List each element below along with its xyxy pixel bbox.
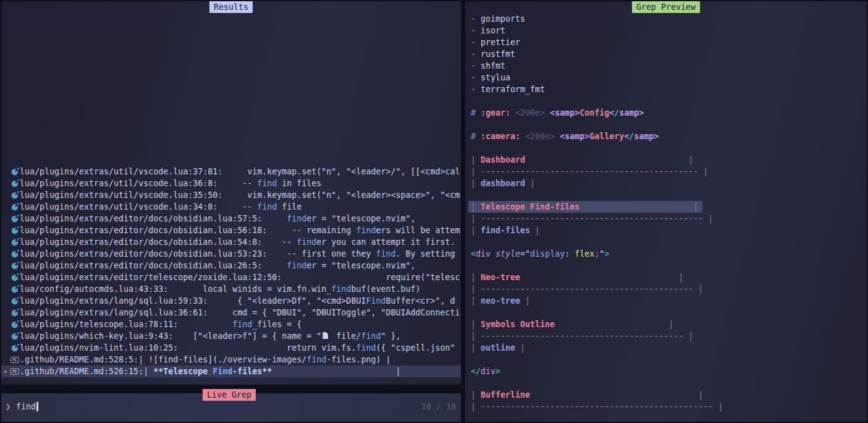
preview-line: | --------------------------------------… bbox=[471, 213, 867, 224]
result-text: lua/plugins/extras/editor/docs/obsidian.… bbox=[20, 236, 461, 248]
preview-line: # :camera: <200e> <samp>Gallery</samp> bbox=[471, 130, 867, 142]
lua-icon bbox=[10, 226, 20, 234]
result-row[interactable]: lua/plugins/extras/util/vscode.lua:34:8:… bbox=[1, 201, 461, 213]
preview-line bbox=[471, 377, 867, 389]
preview-line: | Dashboard | bbox=[471, 154, 867, 166]
result-text: lua/plugins/extras/lang/sql.lua:36:61: c… bbox=[20, 307, 461, 318]
preview-line: - stylua bbox=[471, 72, 867, 83]
result-row[interactable]: lua/plugins/which-key.lua:9:43: ["<leade… bbox=[1, 330, 461, 342]
lua-icon bbox=[10, 191, 20, 199]
preview-line bbox=[471, 142, 867, 154]
result-row[interactable]: M↓.github/README.md:528:5:| ![find-files… bbox=[1, 354, 461, 365]
results-title: Results bbox=[209, 1, 253, 13]
preview-highlighted-line: | Telescope Find-files | bbox=[468, 201, 702, 213]
preview-line: | --------------------------------------… bbox=[471, 330, 867, 342]
results-panel: lua/plugins/extras/util/vscode.lua:37:81… bbox=[1, 1, 461, 385]
preview-line: | neo-tree | bbox=[471, 295, 867, 307]
result-row[interactable]: lua/plugins/extras/editor/telescope/zoxi… bbox=[1, 271, 461, 283]
selection-caret-icon: ▸ bbox=[2, 365, 10, 377]
preview-line: | Neo-tree | bbox=[471, 271, 867, 283]
lua-icon bbox=[10, 262, 20, 270]
lua-icon bbox=[10, 285, 20, 293]
text-cursor bbox=[36, 402, 38, 411]
preview-line: | dashboard | bbox=[471, 177, 867, 189]
prompt-prefix-icon: ❯ bbox=[6, 402, 16, 411]
result-row[interactable]: lua/plugins/nvim-lint.lua:10:25: return … bbox=[1, 342, 461, 354]
lua-icon bbox=[10, 179, 20, 187]
results-counter: 18 / 18 bbox=[421, 402, 456, 411]
lua-icon bbox=[10, 344, 20, 352]
markdown-icon: M↓ bbox=[10, 369, 20, 375]
preview-line bbox=[471, 95, 867, 107]
result-text: lua/plugins/extras/editor/docs/obsidian.… bbox=[20, 224, 461, 236]
result-row[interactable]: lua/plugins/extras/util/vscode.lua:35:50… bbox=[1, 189, 461, 201]
file-icon bbox=[322, 332, 328, 339]
result-row[interactable]: lua/plugins/extras/util/vscode.lua:37:81… bbox=[1, 166, 461, 177]
result-text: lua/plugins/extras/util/vscode.lua:36:8:… bbox=[20, 177, 461, 189]
preview-line: | Symbols Outline | bbox=[471, 318, 867, 330]
preview-panel: - goimports- isort- prettier- rustfmt- s… bbox=[465, 1, 867, 422]
search-input[interactable]: ❯ find 18 / 18 bbox=[6, 401, 456, 412]
preview-line: | --------------------------------------… bbox=[471, 283, 867, 295]
preview-line bbox=[471, 236, 867, 248]
lua-icon bbox=[10, 168, 20, 176]
markdown-icon: M↓ bbox=[10, 357, 20, 363]
result-text: lua/plugins/extras/util/vscode.lua:37:81… bbox=[20, 166, 461, 177]
preview-line: | find-files | bbox=[471, 224, 867, 236]
result-text: lua/plugins/extras/util/vscode.lua:35:50… bbox=[20, 189, 461, 201]
result-row[interactable]: ▸M↓.github/README.md:526:15:| **Telescop… bbox=[1, 365, 461, 377]
result-row[interactable]: lua/plugins/extras/editor/docs/obsidian.… bbox=[1, 236, 461, 248]
lua-icon bbox=[10, 273, 20, 281]
preview-line bbox=[471, 354, 867, 365]
result-row[interactable]: lua/plugins/extras/editor/docs/obsidian.… bbox=[1, 224, 461, 236]
preview-line: - rustfmt bbox=[471, 48, 867, 60]
preview-content: - goimports- isort- prettier- rustfmt- s… bbox=[471, 13, 867, 412]
result-text: lua/plugins/extras/editor/docs/obsidian.… bbox=[20, 260, 461, 271]
result-row[interactable]: lua/plugins/extras/lang/sql.lua:36:61: c… bbox=[1, 307, 461, 318]
result-row[interactable]: lua/plugins/extras/editor/docs/obsidian.… bbox=[1, 260, 461, 271]
result-row[interactable]: lua/plugins/extras/lang/sql.lua:59:33: {… bbox=[1, 295, 461, 307]
result-row[interactable]: lua/plugins/extras/editor/docs/obsidian.… bbox=[1, 213, 461, 224]
preview-line: - shfmt bbox=[471, 60, 867, 72]
preview-line bbox=[471, 119, 867, 130]
result-text: .github/README.md:526:15:| **Telescope F… bbox=[20, 365, 461, 377]
lua-icon bbox=[10, 250, 20, 258]
result-text: lua/plugins/extras/util/vscode.lua:34:8:… bbox=[20, 201, 461, 213]
result-row[interactable]: lua/config/autocmds.lua:43:33: local win… bbox=[1, 283, 461, 295]
preview-line: | Bufferline | bbox=[471, 389, 867, 401]
result-text: lua/plugins/extras/editor/docs/obsidian.… bbox=[20, 213, 461, 224]
lua-icon bbox=[10, 332, 20, 340]
preview-line: | --------------------------------------… bbox=[471, 401, 867, 412]
preview-line: | --------------------------------------… bbox=[471, 166, 867, 177]
result-text: lua/config/autocmds.lua:43:33: local win… bbox=[20, 283, 461, 295]
preview-line: - isort bbox=[471, 25, 867, 36]
result-row[interactable]: lua/plugins/extras/editor/docs/obsidian.… bbox=[1, 248, 461, 260]
grep-preview-title: Grep Preview bbox=[632, 1, 700, 13]
preview-line: <div style="display: flex;"> bbox=[471, 248, 867, 260]
preview-line bbox=[471, 307, 867, 318]
lua-icon bbox=[10, 203, 20, 211]
lua-icon bbox=[10, 297, 20, 305]
lua-icon bbox=[10, 309, 20, 317]
result-text: lua/plugins/telescope.lua:78:11: find_fi… bbox=[20, 318, 461, 330]
preview-line: - goimports bbox=[471, 13, 867, 25]
result-text: lua/plugins/extras/editor/telescope/zoxi… bbox=[20, 271, 461, 283]
result-row[interactable]: lua/plugins/extras/util/vscode.lua:36:8:… bbox=[1, 177, 461, 189]
live-grep-title: Live Grep bbox=[203, 389, 256, 401]
preview-line: </div> bbox=[471, 365, 867, 377]
lua-icon bbox=[10, 320, 20, 328]
lua-icon bbox=[10, 215, 20, 223]
preview-line bbox=[471, 260, 867, 271]
lua-icon bbox=[10, 238, 20, 246]
result-text: lua/plugins/which-key.lua:9:43: ["<leade… bbox=[20, 330, 461, 342]
preview-line: - terraform_fmt bbox=[471, 83, 867, 95]
preview-line: | Telescope Find-files | bbox=[471, 201, 867, 213]
search-query: find bbox=[16, 402, 36, 411]
result-text: lua/plugins/extras/editor/docs/obsidian.… bbox=[20, 248, 461, 260]
result-text: lua/plugins/extras/lang/sql.lua:59:33: {… bbox=[20, 295, 461, 307]
result-text: .github/README.md:528:5:| ![find-files](… bbox=[20, 354, 461, 365]
result-row[interactable]: lua/plugins/telescope.lua:78:11: find_fi… bbox=[1, 318, 461, 330]
preview-line: # :gear: <200e> <samp>Config</samp> bbox=[471, 107, 867, 119]
results-list: lua/plugins/extras/util/vscode.lua:37:81… bbox=[1, 166, 461, 377]
preview-line: | outline | bbox=[471, 342, 867, 354]
